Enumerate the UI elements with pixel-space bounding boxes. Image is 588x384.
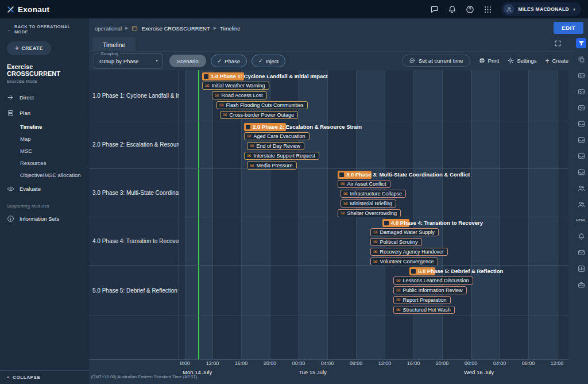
inject-bar[interactable]: ✉Air Asset Conflict — [338, 180, 390, 188]
inject-envelope-icon: ✉ — [343, 201, 348, 206]
sidebar-item-mse[interactable]: MSE — [0, 145, 89, 157]
filter-chip-scenario[interactable]: Scenario — [169, 55, 206, 67]
inject-label: Public Information Review — [403, 287, 463, 293]
axis-tick-label: 00:00 — [288, 360, 309, 366]
inject-bar[interactable]: ✉Damaged Water Supply — [370, 228, 439, 236]
inject-bar[interactable]: ✉Public Information Review — [393, 286, 467, 294]
create-inject-button[interactable]: + Create — [545, 57, 568, 65]
sidebar-item-evaluate[interactable]: Evaluate — [0, 181, 89, 197]
inject-bar[interactable]: ✉Interstate Support Request — [244, 152, 319, 160]
gallery-icon[interactable] — [576, 86, 586, 97]
html-badge[interactable]: HTML — [576, 215, 586, 225]
row-separator — [89, 168, 568, 169]
tray-icon-1[interactable] — [576, 118, 586, 129]
edit-button[interactable]: EDIT — [554, 22, 583, 34]
image-icon[interactable] — [576, 70, 586, 80]
phase-bar[interactable]: 5.0 Phase 5: Debrief & Reflection — [409, 267, 435, 275]
bell-icon[interactable] — [576, 231, 586, 241]
inject-bar[interactable]: ✉Aged Care Evacuation — [244, 132, 310, 140]
phase-row-label: 3.0 Phase 3: Multi-State Coordination... — [89, 168, 179, 217]
sidebar-item-plan[interactable]: Plan — [0, 105, 89, 121]
collapse-sidebar-button[interactable]: « COLLAPSE — [0, 370, 89, 384]
inject-bar[interactable]: ✉Flash Flooding Cuts Communities — [216, 101, 308, 109]
filter-chip-phase[interactable]: ✓Phase — [211, 55, 247, 67]
plus-icon: + — [545, 57, 549, 65]
axis-tick-label: 12:00 — [202, 360, 223, 366]
filter-chip-inject[interactable]: ✓Inject — [252, 55, 285, 67]
briefcase-icon[interactable] — [576, 279, 586, 290]
help-icon[interactable] — [466, 5, 474, 14]
inject-envelope-icon: ✉ — [373, 240, 378, 245]
phase-bar-label: 3.0 Phase 3: Multi-State Coordination & … — [346, 171, 470, 179]
sidebar-item-direct[interactable]: Direct — [0, 90, 89, 105]
copy-icon[interactable] — [576, 54, 586, 64]
filter-icon[interactable] — [576, 38, 586, 48]
sidebar-item-information-sets[interactable]: Information Sets — [0, 211, 89, 226]
mail-icon[interactable] — [576, 247, 586, 258]
phase-bar[interactable]: 2.0 Phase 2: Escalation & Resource Strai… — [244, 123, 286, 131]
inject-bar[interactable]: ✉Political Scrutiny — [370, 238, 422, 246]
sidebar-item-timeline[interactable]: Timeline — [0, 121, 89, 133]
tray-icon-4[interactable] — [576, 167, 586, 177]
settings-button[interactable]: Settings — [508, 57, 536, 64]
inject-bar[interactable]: ✉End of Day Review — [247, 142, 304, 150]
inject-bar[interactable]: ✉Ministerial Briefing — [341, 199, 396, 208]
phase-bar[interactable]: 4.0 Phase 4: Transition to Recovery — [382, 219, 409, 227]
tray-icon-2[interactable] — [576, 135, 586, 145]
logo-x-icon — [7, 6, 14, 13]
inject-bar[interactable]: ✉Report Preparation — [393, 296, 451, 304]
inject-label: Shelter Overcrowding — [347, 210, 397, 216]
inject-label: Ministerial Briefing — [350, 201, 393, 206]
breadcrumb-operational[interactable]: operational — [95, 25, 122, 32]
phase-bar[interactable]: 3.0 Phase 3: Multi-State Coordination & … — [338, 171, 372, 179]
apps-grid-icon[interactable] — [483, 5, 492, 14]
card-image-icon[interactable] — [576, 102, 586, 113]
create-button[interactable]: + CREATE — [7, 41, 51, 55]
axis-tick-label: 20:00 — [432, 360, 452, 366]
grouping-select[interactable]: Grouping Group by Phase ▾ — [94, 53, 163, 69]
phase-row-label: 5.0 Phase 5: Debrief & Reflection — [89, 265, 179, 316]
inject-bar[interactable]: ✉Initial Weather Warning — [202, 82, 269, 90]
set-at-current-time-button[interactable]: Set at current time — [402, 55, 470, 67]
inject-envelope-icon: ✉ — [223, 113, 227, 118]
supporting-modules-label: Supporting Modules — [0, 197, 89, 211]
inject-bar[interactable]: ✉Cross-border Power Outage — [220, 111, 298, 119]
back-to-operational-link[interactable]: ← BACK TO OPERATIONAL MODE — [7, 24, 82, 34]
inject-bar[interactable]: ✉Volunteer Convergence — [370, 258, 438, 266]
phase-icon — [204, 74, 208, 79]
phase-bar[interactable]: 1.0 Phase 1: Cyclone Landfall & Initial … — [202, 72, 244, 80]
inject-bar[interactable]: ✉Shelter Overcrowding — [338, 209, 401, 217]
tab-timeline[interactable]: Timeline — [92, 37, 136, 52]
sidebar-item-map[interactable]: Map — [0, 133, 89, 145]
gear-icon — [508, 57, 514, 64]
grouping-value: Group by Phase — [99, 58, 139, 64]
breadcrumb-timeline[interactable]: Timeline — [220, 25, 241, 32]
exonaut-logo[interactable]: Exonaut — [7, 5, 49, 14]
breadcrumb-separator-icon: ▶ — [125, 26, 128, 30]
users-icon[interactable] — [576, 183, 586, 193]
inject-bar[interactable]: ✉Recovery Agency Handover — [370, 248, 448, 256]
tray-icon-3[interactable] — [576, 151, 586, 161]
axis-tick-label: 16:00 — [231, 360, 252, 366]
phase-row-label: 1.0 Phase 1: Cyclone Landfall & Initia..… — [89, 70, 179, 121]
inject-bar[interactable]: ✉Lessons Learned Discussion — [393, 277, 473, 285]
breadcrumb-exercise[interactable]: Exercise CROSSCURRENT — [141, 25, 210, 32]
fullscreen-icon[interactable] — [554, 40, 562, 47]
print-button[interactable]: Print — [479, 57, 500, 64]
main-content: operational ▶ Exercise CROSSCURRENT ▶ Ti… — [89, 18, 574, 384]
inject-bar[interactable]: ✉Infrastructure Collapse — [341, 190, 406, 198]
chat-icon[interactable] — [430, 5, 439, 14]
chart-icon[interactable] — [576, 263, 586, 274]
sidebar-item-objective-mse-allocation[interactable]: Objective/MSE allocation — [0, 169, 89, 181]
bell-icon[interactable] — [448, 5, 457, 14]
phase-bar-label: 1.0 Phase 1: Cyclone Landfall & Initial … — [211, 72, 328, 80]
sidebar-item-resources[interactable]: Resources — [0, 157, 89, 169]
axis-tick-label: 08:00 — [518, 360, 539, 366]
team-icon[interactable] — [576, 199, 586, 209]
inject-bar[interactable]: ✉Structured Hot Wash — [393, 306, 455, 314]
check-icon: ✓ — [218, 58, 222, 64]
inject-bar[interactable]: ✉Road Access Lost — [212, 91, 267, 99]
user-menu[interactable]: MILES MACDONALD ▾ — [501, 2, 581, 16]
inject-envelope-icon: ✉ — [396, 298, 401, 303]
chevron-down-icon: ▾ — [156, 58, 158, 63]
